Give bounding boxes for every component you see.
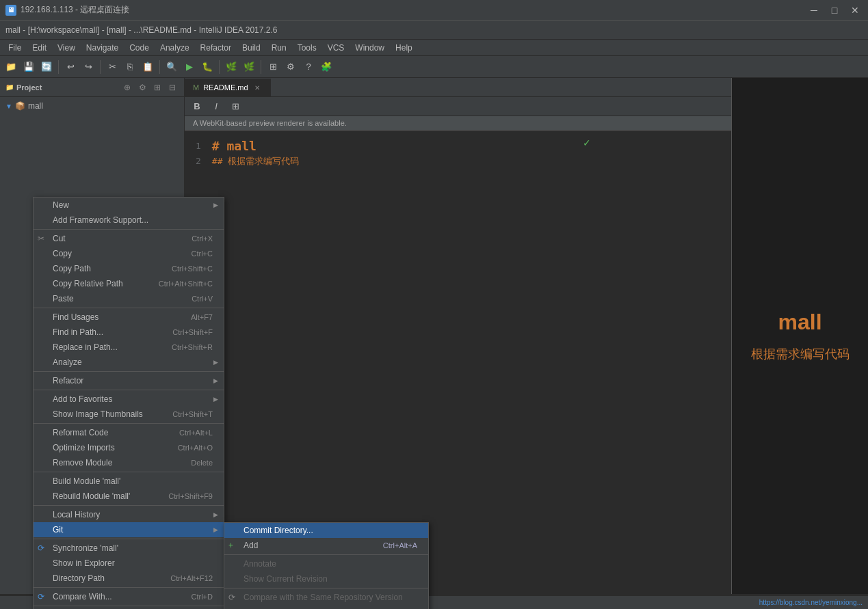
menu-file[interactable]: File xyxy=(3,40,27,55)
format-bold-btn[interactable]: B xyxy=(190,100,204,113)
toolbar-settings-btn[interactable]: ⚙ xyxy=(282,59,299,75)
ctx-new[interactable]: New xyxy=(34,198,224,213)
sidebar-expand-btn[interactable]: ⊞ xyxy=(151,81,163,94)
git-compare-same: ⟳ Compare with the Same Repository Versi… xyxy=(224,590,428,605)
ctx-copy-relative-label: Copy Relative Path xyxy=(53,279,123,288)
toolbar-run-btn[interactable]: ▶ xyxy=(181,59,198,75)
project-root-item[interactable]: ▼ 📦 mall xyxy=(0,100,184,112)
ctx-copy-relative[interactable]: Copy Relative Path Ctrl+Alt+Shift+C xyxy=(34,276,224,291)
cut-icon: ✂ xyxy=(38,234,44,243)
toolbar-undo-btn[interactable]: ↩ xyxy=(62,59,79,75)
toolbar-plugin-btn[interactable]: 🧩 xyxy=(318,59,334,75)
toolbar-sync-btn[interactable]: 🔄 xyxy=(38,59,55,75)
ctx-copy-path[interactable]: Copy Path Ctrl+Shift+C xyxy=(34,261,224,276)
menu-navigate[interactable]: Navigate xyxy=(81,40,124,55)
ctx-sep6 xyxy=(34,472,224,472)
sidebar-collapse-btn[interactable]: ⊟ xyxy=(166,81,179,94)
toolbar-debug-btn[interactable]: 🐛 xyxy=(199,59,215,75)
ctx-copy[interactable]: Copy Ctrl+C xyxy=(34,246,224,261)
ctx-cut[interactable]: ✂ Cut Ctrl+X xyxy=(34,231,224,246)
menu-window[interactable]: Window xyxy=(350,40,390,55)
ctx-add-favorites[interactable]: Add to Favorites xyxy=(34,392,224,407)
ctx-directory-path[interactable]: Directory Path Ctrl+Alt+F12 xyxy=(34,571,224,586)
menu-tools[interactable]: Tools xyxy=(292,40,322,55)
ctx-synchronize[interactable]: ⟳ Synchronize 'mall' xyxy=(34,541,224,556)
code-line-1: # mall xyxy=(212,139,720,154)
sidebar-header-label: Project xyxy=(16,83,42,92)
ctx-sync-icon: ⟳ xyxy=(38,543,44,553)
toolbar-help-btn[interactable]: ? xyxy=(300,59,317,75)
ctx-new-label: New xyxy=(53,200,69,210)
format-italic-btn[interactable]: I xyxy=(209,100,223,113)
close-button[interactable]: ✕ xyxy=(847,3,863,18)
ctx-add-framework[interactable]: Add Framework Support... xyxy=(34,213,224,228)
ctx-git-label: Git xyxy=(53,525,63,534)
main-area: 📁 Project ⊕ ⚙ ⊞ ⊟ ▼ 📦 mall M README.md ✕ xyxy=(0,78,868,594)
ctx-replace-path[interactable]: Replace in Path... Ctrl+Shift+R xyxy=(34,340,224,355)
menu-refactor[interactable]: Refactor xyxy=(195,40,237,55)
menu-help[interactable]: Help xyxy=(390,40,418,55)
ctx-analyze[interactable]: Analyze xyxy=(34,355,224,370)
ctx-find-path[interactable]: Find in Path... Ctrl+Shift+F xyxy=(34,325,224,340)
toolbar-vcs-btn[interactable]: 🌿 xyxy=(223,59,239,75)
sidebar-add-btn[interactable]: ⊕ xyxy=(121,81,133,94)
ctx-show-explorer[interactable]: Show in Explorer xyxy=(34,556,224,571)
editor-format-toolbar: B I ⊞ xyxy=(185,97,731,116)
toolbar-vcs2-btn[interactable]: 🌿 xyxy=(241,59,257,75)
git-compare-same-icon: ⟳ xyxy=(228,593,235,602)
maximize-button[interactable]: □ xyxy=(827,3,842,18)
git-annotate-label: Annotate xyxy=(244,559,276,569)
toolbar-terminal-btn[interactable]: ⊞ xyxy=(265,59,281,75)
toolbar-copy-btn[interactable]: ⎘ xyxy=(122,59,138,75)
toolbar-open-btn[interactable]: 📁 xyxy=(3,59,19,75)
ctx-build-module[interactable]: Build Module 'mall' xyxy=(34,474,224,489)
ctx-sep8 xyxy=(34,539,224,539)
toolbar-save-btn[interactable]: 💾 xyxy=(21,59,37,75)
menu-vcs[interactable]: VCS xyxy=(322,40,350,55)
ctx-show-thumbnails-label: Show Image Thumbnails xyxy=(53,409,143,419)
ctx-find-usages-label: Find Usages xyxy=(53,312,98,322)
ctx-git[interactable]: Git Commit Directory... + Add Ctrl+Alt+A… xyxy=(34,522,224,537)
git-submenu: Commit Directory... + Add Ctrl+Alt+A Ann… xyxy=(224,522,429,609)
editor-tab-readme[interactable]: M README.md ✕ xyxy=(185,79,271,96)
checkmark-icon: ✓ xyxy=(583,137,591,148)
code-area[interactable]: # mall ## 根据需求编写代码 xyxy=(212,139,720,586)
menu-code[interactable]: Code xyxy=(124,40,155,55)
rdp-title-text: 192.168.1.113 - 远程桌面连接 xyxy=(21,4,129,16)
ctx-show-thumbnails[interactable]: Show Image Thumbnails Ctrl+Shift+T xyxy=(34,407,224,422)
git-add[interactable]: + Add Ctrl+Alt+A xyxy=(224,538,428,553)
ctx-compare-with[interactable]: ⟳ Compare With... Ctrl+D xyxy=(34,589,224,604)
toolbar-cut-btn[interactable]: ✂ xyxy=(104,59,120,75)
ctx-local-history[interactable]: Local History xyxy=(34,507,224,522)
project-root-label: mall xyxy=(28,101,43,111)
minimize-button[interactable]: ─ xyxy=(806,3,821,18)
ctx-show-explorer-label: Show in Explorer xyxy=(53,558,115,568)
toolbar-redo-btn[interactable]: ↪ xyxy=(80,59,96,75)
format-table-btn[interactable]: ⊞ xyxy=(228,100,242,113)
ctx-paste[interactable]: Paste Ctrl+V xyxy=(34,291,224,306)
toolbar-paste-btn[interactable]: 📋 xyxy=(140,59,156,75)
menu-edit[interactable]: Edit xyxy=(27,40,52,55)
ctx-sep1 xyxy=(34,229,224,230)
ctx-refactor[interactable]: Refactor xyxy=(34,373,224,388)
tab-close-btn[interactable]: ✕ xyxy=(252,83,262,92)
git-commit-dir[interactable]: Commit Directory... xyxy=(224,523,428,538)
ctx-directory-path-label: Directory Path xyxy=(53,573,105,583)
menu-build[interactable]: Build xyxy=(237,40,266,55)
context-menu: New Add Framework Support... ✂ Cut Ctrl+… xyxy=(33,197,224,609)
menu-view[interactable]: View xyxy=(52,40,81,55)
ctx-reformat[interactable]: Reformat Code Ctrl+Alt+L xyxy=(34,425,224,440)
ctx-find-usages[interactable]: Find Usages Alt+F7 xyxy=(34,310,224,325)
ctx-compare-icon: ⟳ xyxy=(38,592,44,601)
ctx-analyze-label: Analyze xyxy=(53,357,82,367)
sidebar-cog-btn[interactable]: ⚙ xyxy=(136,81,148,94)
toolbar-search-btn[interactable]: 🔍 xyxy=(163,59,180,75)
ctx-rebuild-module[interactable]: Rebuild Module 'mall' Ctrl+Shift+F9 xyxy=(34,489,224,504)
ctx-optimize-imports[interactable]: Optimize Imports Ctrl+Alt+O xyxy=(34,440,224,455)
menu-run[interactable]: Run xyxy=(266,40,292,55)
ctx-remove-module[interactable]: Remove Module Delete xyxy=(34,455,224,470)
menu-analyze[interactable]: Analyze xyxy=(155,40,195,55)
sidebar-header-icons: ⊕ ⚙ ⊞ ⊟ xyxy=(121,81,179,94)
toolbar: 📁 💾 🔄 ↩ ↪ ✂ ⎘ 📋 🔍 ▶ 🐛 🌿 🌿 ⊞ ⚙ ? 🧩 xyxy=(0,56,868,78)
git-show-revision-label: Show Current Revision xyxy=(244,574,328,584)
